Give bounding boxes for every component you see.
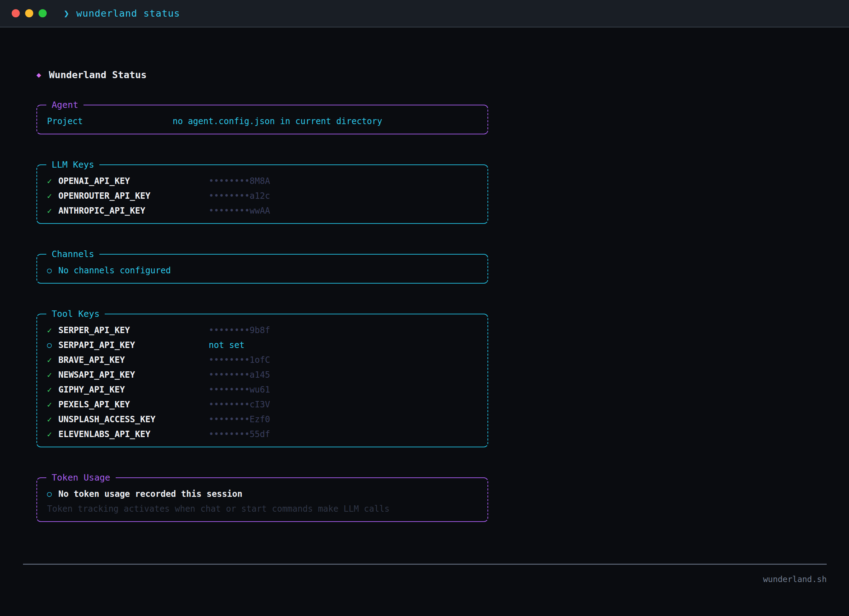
key-row-giphy: ✓ GIPHY_API_KEY ••••••••wu61 [37,382,487,397]
key-name: GIPHY_API_KEY [58,382,209,397]
key-row-brave: ✓ BRAVE_API_KEY ••••••••1ofC [37,353,487,368]
check-icon: ✓ [47,353,58,368]
channels-empty-row: ○ No channels configured [37,263,487,278]
key-name: NEWSAPI_API_KEY [58,368,209,382]
footer-brand: wunderland.sh [0,574,827,584]
check-icon: ✓ [47,412,58,427]
key-row-openrouter: ✓ OPENROUTER_API_KEY ••••••••a12c [37,189,487,203]
token-usage-hint-row: Token tracking activates when chat or st… [37,501,487,516]
channels-section-title: Channels [46,248,100,260]
check-icon: ✓ [47,203,58,218]
llm-keys-section-title: LLM Keys [46,159,100,170]
check-icon: ✓ [47,368,58,382]
check-icon: ✓ [47,189,58,203]
key-value: ••••••••a12c [209,189,487,203]
key-value: not set [209,338,487,353]
project-label: Project [47,114,173,129]
page-title-text: Wunderland Status [49,69,146,80]
minimize-window-button[interactable] [25,9,33,17]
circle-icon: ○ [47,263,58,278]
project-value: no agent.config.json in current director… [173,114,487,129]
token-usage-message: No token usage recorded this session [58,487,487,501]
circle-icon: ○ [47,487,58,501]
token-usage-empty-row: ○ No token usage recorded this session [37,487,487,501]
key-value: ••••••••a145 [209,368,487,382]
agent-section-title: Agent [46,100,83,111]
key-row-openai: ✓ OPENAI_API_KEY ••••••••8M8A [37,174,487,189]
channels-empty-message: No channels configured [58,263,487,278]
key-value: ••••••••8M8A [209,174,487,189]
key-row-serpapi: ○ SERPAPI_API_KEY not set [37,338,487,353]
check-icon: ✓ [47,174,58,189]
key-row-newsapi: ✓ NEWSAPI_API_KEY ••••••••a145 [37,368,487,382]
circle-icon: ○ [47,338,58,353]
token-usage-hint: Token tracking activates when chat or st… [47,504,389,514]
key-row-pexels: ✓ PEXELS_API_KEY ••••••••cI3V [37,397,487,412]
check-icon: ✓ [47,397,58,412]
check-icon: ✓ [47,427,58,442]
check-icon: ✓ [47,382,58,397]
key-value: ••••••••wwAA [209,203,487,218]
key-row-anthropic: ✓ ANTHROPIC_API_KEY ••••••••wwAA [37,203,487,218]
key-value: ••••••••wu61 [209,382,487,397]
zoom-window-button[interactable] [39,9,47,17]
key-name: SERPAPI_API_KEY [58,338,209,353]
tool-keys-section: Tool Keys ✓ SERPER_API_KEY ••••••••9b8f … [36,314,488,447]
check-icon: ✓ [47,323,58,338]
key-value: ••••••••cI3V [209,397,487,412]
status-report: ◆ Wunderland Status Agent Project no age… [0,69,489,522]
token-usage-section: Token Usage ○ No token usage recorded th… [36,478,488,522]
close-window-button[interactable] [12,9,20,17]
footer-divider [23,564,827,565]
key-row-elevenlabs: ✓ ELEVENLABS_API_KEY ••••••••55df [37,427,487,442]
key-name: OPENAI_API_KEY [58,174,209,189]
key-name: BRAVE_API_KEY [58,353,209,368]
llm-keys-section: LLM Keys ✓ OPENAI_API_KEY ••••••••8M8A ✓… [36,164,488,224]
terminal-command-text: wunderland status [76,8,180,19]
agent-section: Agent Project no agent.config.json in cu… [36,105,488,134]
key-value: ••••••••Ezf0 [209,412,487,427]
key-name: UNSPLASH_ACCESS_KEY [58,412,209,427]
key-name: SERPER_API_KEY [58,323,209,338]
key-row-unsplash: ✓ UNSPLASH_ACCESS_KEY ••••••••Ezf0 [37,412,487,427]
agent-project-row: Project no agent.config.json in current … [37,114,487,129]
key-name: ELEVENLABS_API_KEY [58,427,209,442]
key-name: OPENROUTER_API_KEY [58,189,209,203]
key-name: ANTHROPIC_API_KEY [58,203,209,218]
traffic-lights [12,9,47,17]
page-title: ◆ Wunderland Status [36,69,489,80]
key-value: ••••••••55df [209,427,487,442]
terminal-command-line: ❯ wunderland status [64,8,180,19]
tool-keys-section-title: Tool Keys [46,308,105,320]
key-row-serper: ✓ SERPER_API_KEY ••••••••9b8f [37,323,487,338]
terminal-titlebar: ❯ wunderland status [0,0,849,28]
diamond-icon: ◆ [36,69,41,80]
prompt-chevron-icon: ❯ [64,8,69,19]
key-value: ••••••••1ofC [209,353,487,368]
key-value: ••••••••9b8f [209,323,487,338]
token-usage-section-title: Token Usage [46,472,116,484]
key-name: PEXELS_API_KEY [58,397,209,412]
channels-section: Channels ○ No channels configured [36,254,488,284]
